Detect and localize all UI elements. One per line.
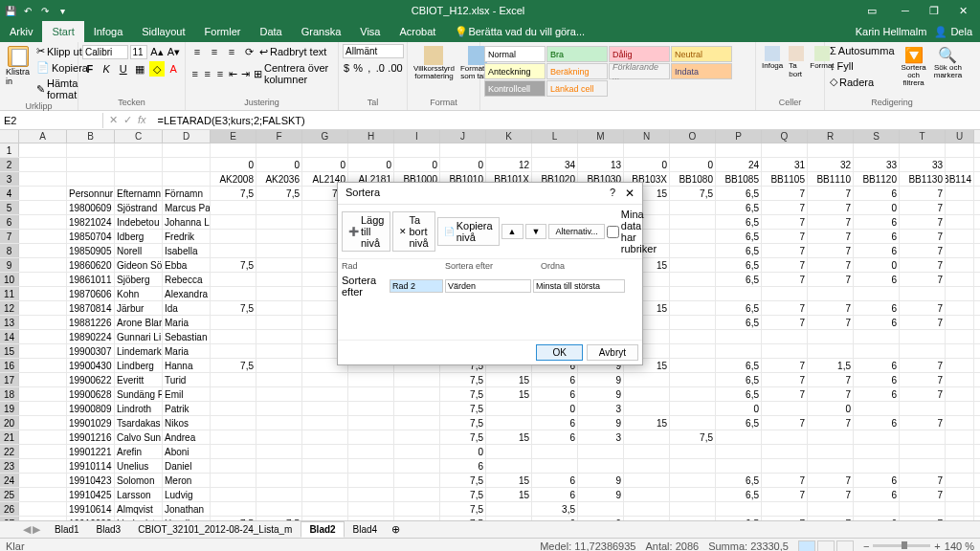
menu-acrobat[interactable]: Acrobat — [390, 21, 445, 42]
cell[interactable]: 7,5 — [440, 430, 486, 444]
cell[interactable] — [115, 158, 163, 171]
cell[interactable]: 7 — [762, 215, 808, 229]
delete-cells-button[interactable]: Ta bort — [787, 44, 806, 80]
cell[interactable] — [854, 502, 900, 516]
cell[interactable] — [946, 517, 974, 520]
cell[interactable] — [624, 488, 670, 501]
cell[interactable] — [670, 316, 716, 329]
comma-icon[interactable]: , — [366, 60, 373, 76]
cell[interactable]: 6 — [532, 488, 578, 501]
cell[interactable]: 19850905 — [67, 244, 115, 257]
cell[interactable]: Personnur — [67, 187, 115, 200]
cell[interactable]: 7 — [762, 273, 808, 286]
cell[interactable]: AK2036 — [256, 172, 302, 186]
cell[interactable]: 6 — [854, 215, 900, 229]
cell[interactable]: 6 — [532, 474, 578, 487]
menu-visa[interactable]: Visa — [350, 21, 390, 42]
cell[interactable]: 7 — [762, 301, 808, 315]
cell[interactable] — [670, 301, 716, 315]
cell[interactable]: 7,5 — [440, 387, 486, 401]
cell[interactable]: 19910425 — [67, 488, 115, 501]
cell[interactable]: 19900622 — [67, 373, 115, 386]
cell[interactable]: 6,5 — [716, 301, 762, 315]
cell[interactable]: 19861011 — [67, 273, 115, 286]
cell[interactable]: 7 — [808, 416, 854, 430]
cell[interactable]: 7 — [900, 273, 946, 286]
cell[interactable]: 19900307 — [67, 344, 115, 358]
cell[interactable] — [578, 459, 624, 473]
cell[interactable]: 0 — [440, 445, 486, 458]
cell[interactable] — [670, 143, 716, 157]
cell[interactable] — [19, 402, 67, 415]
cell[interactable]: 19901029 — [67, 416, 115, 430]
cell[interactable]: 7,5 — [211, 359, 256, 372]
cell[interactable] — [211, 402, 256, 415]
cell[interactable] — [808, 459, 854, 473]
cell[interactable]: Aboni — [163, 445, 211, 458]
cell[interactable] — [19, 387, 67, 401]
cell[interactable] — [946, 158, 974, 171]
cell[interactable]: Sjöberg — [115, 273, 163, 286]
ok-button[interactable]: OK — [536, 344, 582, 361]
cell[interactable]: 6,5 — [716, 244, 762, 257]
cell[interactable]: 19850704 — [67, 230, 115, 243]
cell[interactable]: 7 — [900, 416, 946, 430]
cell[interactable]: 7 — [762, 387, 808, 401]
cell[interactable]: Arone Blar — [115, 316, 163, 329]
cell[interactable] — [670, 488, 716, 501]
zoom-control[interactable]: − + 140 % — [863, 540, 974, 552]
cell[interactable] — [19, 459, 67, 473]
cell[interactable] — [19, 201, 67, 214]
row-header[interactable]: 24 — [0, 474, 19, 487]
cell[interactable] — [762, 445, 808, 458]
cell[interactable] — [532, 459, 578, 473]
menu-data[interactable]: Data — [250, 21, 291, 42]
cell[interactable] — [256, 387, 302, 401]
cell[interactable]: Jonathan — [163, 502, 211, 516]
cell[interactable] — [211, 287, 256, 300]
cell[interactable] — [19, 143, 67, 157]
cell[interactable]: 19910903 — [67, 517, 115, 520]
cell[interactable]: 7 — [900, 244, 946, 257]
indent-dec-icon[interactable]: ⇤ — [228, 66, 238, 81]
cell[interactable] — [946, 373, 974, 386]
row-header[interactable]: 25 — [0, 488, 19, 501]
row-header[interactable]: 15 — [0, 344, 19, 358]
cell[interactable] — [946, 474, 974, 487]
cell[interactable] — [854, 459, 900, 473]
cell[interactable] — [854, 402, 900, 415]
cell[interactable] — [946, 488, 974, 501]
cell[interactable] — [348, 445, 394, 458]
cell[interactable] — [670, 416, 716, 430]
cell[interactable]: 9 — [578, 416, 624, 430]
cell[interactable]: 19870814 — [67, 301, 115, 315]
cell[interactable]: 6,5 — [716, 230, 762, 243]
cell[interactable]: 6 — [532, 387, 578, 401]
cell[interactable] — [394, 459, 440, 473]
cell[interactable] — [946, 387, 974, 401]
cell[interactable] — [302, 143, 348, 157]
cell[interactable]: 9 — [578, 387, 624, 401]
col-header-Q[interactable]: Q — [762, 130, 808, 143]
cell[interactable] — [946, 273, 974, 286]
cell[interactable] — [19, 258, 67, 272]
cell[interactable] — [211, 474, 256, 487]
cell[interactable]: 7 — [808, 474, 854, 487]
find-select-button[interactable]: 🔍Sök och markera — [932, 44, 964, 89]
shrink-font-icon[interactable]: A▾ — [167, 44, 181, 59]
dec-inc-icon[interactable]: .0 — [375, 60, 386, 76]
sort-filter-button[interactable]: 🔽Sortera och filtrera — [900, 44, 928, 89]
cell[interactable] — [19, 287, 67, 300]
cell[interactable]: 19821024 — [67, 215, 115, 229]
cell[interactable] — [211, 502, 256, 516]
cell[interactable]: 7 — [900, 230, 946, 243]
row-header[interactable]: 7 — [0, 230, 19, 243]
cell[interactable] — [716, 287, 762, 300]
cell[interactable] — [19, 273, 67, 286]
cell[interactable] — [348, 387, 394, 401]
cell[interactable]: 7 — [762, 488, 808, 501]
cell[interactable] — [670, 359, 716, 372]
sort-order-select[interactable]: Minsta till största — [533, 279, 625, 293]
cell[interactable] — [211, 230, 256, 243]
cell[interactable] — [946, 459, 974, 473]
